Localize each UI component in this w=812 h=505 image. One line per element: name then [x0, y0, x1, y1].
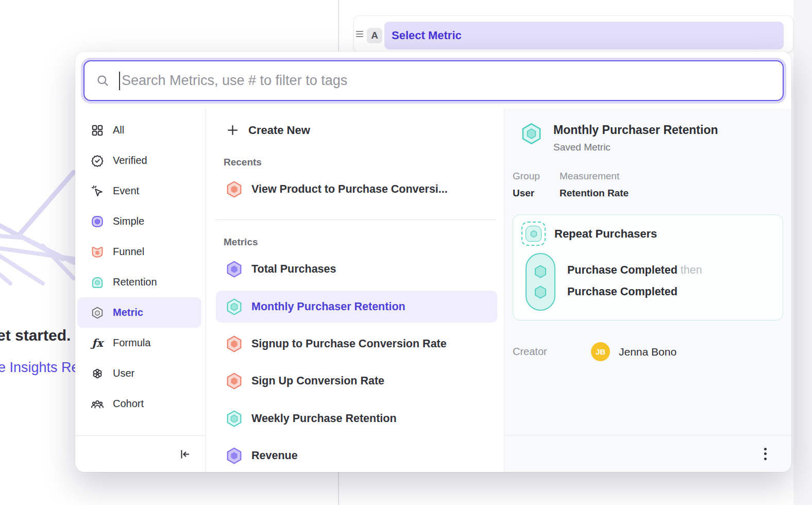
definition-name: Repeat Purchasers: [554, 227, 657, 241]
hexagon-salmon-icon: [225, 372, 243, 390]
definition-step-1: Purchase Completed then: [567, 264, 702, 277]
sidebar-item-simple[interactable]: Simple: [77, 206, 201, 237]
metric-row-total-purchases[interactable]: Total Purchases: [216, 253, 497, 285]
sidebar-item-event[interactable]: Event: [77, 176, 201, 206]
detail-title: Monthly Purchaser Retention: [553, 123, 718, 137]
sidebar-item-cohort[interactable]: Cohort: [77, 389, 201, 419]
teal-hexagon-icon: [529, 229, 538, 239]
hexagon-salmon-icon: [225, 335, 243, 353]
sidebar-item-funnel[interactable]: Funnel: [77, 237, 201, 267]
sidebar-item-retention[interactable]: Retention: [77, 267, 201, 297]
sidebar-item-user[interactable]: User: [77, 358, 201, 389]
grid-icon: [91, 124, 104, 137]
definition-step-2: Purchase Completed: [567, 285, 702, 298]
recent-metric-row[interactable]: View Product to Purchase Conversi...: [216, 173, 497, 205]
hexagon-purple-icon: [225, 447, 243, 465]
search-icon: [96, 74, 110, 88]
background-insights-link-fragment[interactable]: e Insights Re: [0, 360, 79, 376]
series-a-badge: A: [367, 28, 382, 43]
metric-row-label: Weekly Purchase Retention: [251, 412, 397, 425]
recents-section-label: Recents: [224, 157, 497, 168]
metric-row-revenue[interactable]: Revenue: [216, 440, 497, 472]
search-input[interactable]: [122, 73, 771, 89]
hexagon-salmon-icon: [225, 180, 243, 198]
metric-slot-bar: A Select Metric: [353, 15, 793, 53]
cohort-people-icon: [91, 397, 104, 411]
funnel-metric-icon: [91, 245, 104, 259]
more-options-icon[interactable]: [761, 445, 770, 463]
hexagon-teal-icon: [225, 298, 243, 316]
metric-list-panel: Create New Recents View Product to Purch…: [206, 109, 504, 472]
metric-row-weekly-purchase-retention[interactable]: Weekly Purchase Retention: [216, 402, 497, 434]
select-metric-label: Select Metric: [392, 29, 462, 42]
search-area: [75, 52, 791, 109]
formula-fx-icon: ƒx: [91, 336, 104, 349]
simple-metric-icon: [91, 215, 104, 228]
creator-avatar: JB: [591, 342, 610, 361]
search-box[interactable]: [83, 60, 784, 101]
hexagon-teal-icon: [225, 410, 243, 428]
creator-name: Jenna Bono: [619, 346, 676, 358]
event-sequence-capsule: [526, 253, 555, 311]
sidebar-item-label: Formula: [113, 337, 150, 349]
metric-row-sign-up-conversion-rate[interactable]: Sign Up Conversion Rate: [216, 365, 497, 397]
cohort-definition-icon: [521, 222, 546, 246]
definition-card: Repeat Purchasers: [513, 214, 783, 321]
metric-row-monthly-purchaser-retention[interactable]: Monthly Purchaser Retention: [216, 291, 497, 323]
select-metric-field[interactable]: Select Metric: [384, 22, 784, 49]
detail-meta: Group User Measurement Retention Rate: [513, 171, 783, 199]
app-screen: et started. e Insights Re A Select Metri…: [0, 0, 812, 505]
sidebar-item-verified[interactable]: Verified: [77, 145, 201, 176]
detail-footer: [504, 435, 791, 472]
sidebar-footer: [75, 435, 206, 472]
measurement-value: Retention Rate: [560, 188, 629, 199]
sidebar-item-label: Retention: [113, 276, 157, 288]
retention-metric-icon: [91, 276, 104, 289]
sidebar-item-all[interactable]: All: [77, 115, 201, 145]
category-sidebar: All Verified Event: [75, 109, 206, 472]
detail-header: Monthly Purchaser Retention Saved Metric: [520, 122, 783, 153]
collapse-sidebar-icon[interactable]: [178, 448, 191, 461]
creator-row: Creator JB Jenna Bono: [513, 342, 783, 361]
decorative-chart-sketch: [0, 170, 77, 304]
metric-row-label: View Product to Purchase Conversi...: [251, 183, 448, 196]
group-label: Group: [513, 171, 560, 182]
event-cursor-icon: [91, 184, 104, 198]
drag-handle-icon[interactable]: [356, 30, 364, 38]
sidebar-item-label: Event: [113, 185, 139, 197]
metric-row-label: Revenue: [251, 449, 298, 462]
text-cursor: [119, 72, 120, 90]
sidebar-item-label: Simple: [113, 215, 144, 227]
sidebar-item-label: All: [113, 124, 124, 136]
metric-picker-modal: All Verified Event: [75, 52, 791, 472]
sidebar-item-formula[interactable]: ƒx Formula: [77, 328, 201, 358]
saved-metric-teal-hexagon-icon: [520, 122, 543, 145]
sidebar-item-label: Metric: [113, 307, 143, 318]
plus-icon: [226, 123, 240, 137]
event-hexagon-icon: [533, 284, 548, 300]
create-new-button[interactable]: Create New: [216, 120, 497, 140]
metric-row-signup-to-purchase-conversion-rate[interactable]: Signup to Purchase Conversion Rate: [216, 328, 497, 360]
metric-row-label: Sign Up Conversion Rate: [251, 375, 384, 388]
sidebar-item-metric[interactable]: Metric: [77, 297, 201, 328]
metric-row-label: Monthly Purchaser Retention: [251, 300, 405, 313]
metric-row-label: Total Purchases: [251, 263, 336, 276]
sidebar-item-label: Cohort: [113, 398, 144, 410]
sidebar-item-label: Funnel: [113, 246, 144, 258]
section-divider: [216, 220, 496, 220]
metrics-section-label: Metrics: [224, 237, 497, 248]
event-hexagon-icon: [533, 264, 548, 279]
user-cluster-icon: [91, 367, 104, 380]
metric-row-label: Signup to Purchase Conversion Rate: [251, 338, 447, 350]
creator-label: Creator: [513, 346, 591, 358]
create-new-label: Create New: [248, 124, 310, 137]
then-connector: then: [681, 264, 702, 276]
measurement-label: Measurement: [560, 171, 629, 182]
background-headline-fragment: et started.: [0, 327, 71, 344]
metric-hexagon-icon: [91, 306, 104, 319]
detail-type-label: Saved Metric: [553, 142, 718, 153]
sidebar-item-label: User: [113, 367, 134, 379]
background-edge: [793, 0, 812, 505]
sidebar-item-label: Verified: [113, 155, 147, 166]
verified-badge-icon: [91, 154, 104, 167]
